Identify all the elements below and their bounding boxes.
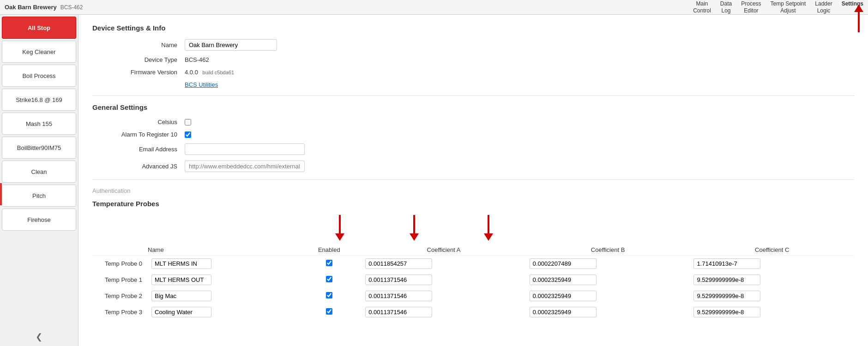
clean-button[interactable]: Clean <box>2 161 76 183</box>
col-coeff-a-header: Coefficient A <box>362 245 526 256</box>
firmware-row: Firmware Version 4.0.0 build c5bda61 <box>92 69 854 76</box>
pitch-button[interactable]: Pitch <box>2 185 76 207</box>
probe-coeff-b-cell-3 <box>526 304 690 320</box>
probe-coeff-a-cell-3 <box>362 304 526 320</box>
probe-coeff-b-cell-1 <box>526 272 690 288</box>
probe-name-input-3[interactable] <box>151 307 211 317</box>
col-coeff-c-header: Coefficient C <box>690 245 854 256</box>
celsius-label: Celsius <box>92 119 185 125</box>
mash-button[interactable]: Mash 155 <box>2 113 76 135</box>
nav-temp-setpoint[interactable]: Temp Setpoint Adjust <box>771 0 806 14</box>
device-id: BCS-462 <box>60 4 83 11</box>
probe-name-cell-1 <box>148 272 296 288</box>
probe-coeff-b-input-0[interactable] <box>530 258 597 269</box>
topbar: Oak Barn Brewery BCS-462 Main Control Da… <box>0 0 868 15</box>
celsius-row: Celsius <box>92 119 854 125</box>
boil-process-button[interactable]: Boil Process <box>2 65 76 87</box>
nav-data-log[interactable]: Data Log <box>720 0 732 14</box>
device-type-row: Device Type BCS-462 <box>92 56 854 63</box>
email-label: Email Address <box>92 146 185 153</box>
probe-coeff-c-cell-3 <box>690 304 854 320</box>
nav-process-editor[interactable]: Process Editor <box>741 0 761 14</box>
probe-coeff-a-cell-0 <box>362 256 526 272</box>
sidebar-collapse-button[interactable]: ❮ <box>0 328 78 346</box>
probe-coeff-b-input-1[interactable] <box>530 274 597 285</box>
probe-row-1: Temp Probe 1 <box>92 272 854 288</box>
probe-label-1: Temp Probe 1 <box>92 272 148 288</box>
firmware-build: build c5bda61 <box>203 70 235 75</box>
probe-enabled-checkbox-2[interactable] <box>326 292 332 298</box>
boil-bitter-button[interactable]: BoilBitter90IM75 <box>2 137 76 159</box>
general-settings-title: General Settings <box>92 103 854 111</box>
probe-row-3: Temp Probe 3 <box>92 304 854 320</box>
arrows-row <box>215 215 854 241</box>
nav-ladder-logic[interactable]: Ladder Logic <box>815 0 832 14</box>
auth-link[interactable]: Authentication <box>92 187 130 194</box>
celsius-checkbox[interactable] <box>185 119 191 125</box>
main-content: Device Settings & Info Name Device Type … <box>78 15 868 346</box>
device-settings-title: Device Settings & Info <box>92 24 854 32</box>
temp-probes-title: Temperature Probes <box>92 200 854 208</box>
probe-coeff-c-input-2[interactable] <box>693 291 760 301</box>
nav-main-control[interactable]: Main Control <box>693 0 711 14</box>
probe-name-input-1[interactable] <box>151 274 211 285</box>
probe-row-2: Temp Probe 2 <box>92 288 854 304</box>
chevron-left-icon: ❮ <box>36 332 42 342</box>
bcs-utilities-row: BCS Utilities <box>92 81 854 88</box>
probe-enabled-checkbox-0[interactable] <box>326 260 332 266</box>
probe-enabled-cell-0 <box>296 256 362 272</box>
probe-coeff-a-input-0[interactable] <box>365 258 432 269</box>
all-stop-button[interactable]: All Stop <box>2 17 76 39</box>
temp-probes-table: Name Enabled Coefficient A Coefficient B… <box>92 245 854 320</box>
probe-row-0: Temp Probe 0 <box>92 256 854 272</box>
advanced-js-row: Advanced JS <box>92 161 854 172</box>
probe-coeff-c-cell-1 <box>690 272 854 288</box>
email-row: Email Address <box>92 143 854 155</box>
probe-coeff-c-cell-2 <box>690 288 854 304</box>
probe-enabled-checkbox-1[interactable] <box>326 276 332 282</box>
col-enabled-header: Enabled <box>296 245 362 256</box>
probe-label-3: Temp Probe 3 <box>92 304 148 320</box>
probe-coeff-c-input-0[interactable] <box>693 258 760 269</box>
firehose-button[interactable]: Firehose <box>2 209 76 231</box>
probe-coeff-c-input-3[interactable] <box>693 307 760 317</box>
probe-label-2: Temp Probe 2 <box>92 288 148 304</box>
name-label: Name <box>92 42 185 48</box>
probe-name-cell-0 <box>148 256 296 272</box>
nav-settings[interactable]: Settings <box>842 0 863 14</box>
coeff-a-arrow <box>302 215 377 241</box>
probe-enabled-checkbox-3[interactable] <box>326 308 332 315</box>
alarm-row: Alarm To Register 10 <box>92 131 854 138</box>
probe-coeff-a-input-3[interactable] <box>365 307 432 317</box>
nav-links: Main Control Data Log Process Editor Tem… <box>693 0 863 14</box>
alarm-checkbox[interactable] <box>185 131 191 138</box>
name-input[interactable] <box>185 39 277 51</box>
probe-coeff-c-cell-0 <box>690 256 854 272</box>
probe-coeff-b-input-2[interactable] <box>530 291 597 301</box>
probe-enabled-cell-1 <box>296 272 362 288</box>
bcs-utilities-link[interactable]: BCS Utilities <box>185 81 218 88</box>
probe-coeff-a-input-1[interactable] <box>365 274 432 285</box>
name-row: Name <box>92 39 854 51</box>
coeff-c-arrow <box>451 215 525 241</box>
probe-coeff-b-input-3[interactable] <box>530 307 597 317</box>
device-type-label: Device Type <box>92 56 185 63</box>
keg-cleaner-button[interactable]: Keg Cleaner <box>2 41 76 63</box>
email-input[interactable] <box>185 143 305 155</box>
probe-name-input-0[interactable] <box>151 258 211 269</box>
probe-enabled-cell-2 <box>296 288 362 304</box>
probe-label-0: Temp Probe 0 <box>92 256 148 272</box>
strike-button[interactable]: Strike16.8 @ 169 <box>2 89 76 111</box>
sidebar: All Stop Keg Cleaner Boil Process Strike… <box>0 15 78 346</box>
device-type-value: BCS-462 <box>185 56 209 63</box>
col-coeff-b-header: Coefficient B <box>526 245 690 256</box>
advanced-js-label: Advanced JS <box>92 163 185 170</box>
brand-name: Oak Barn Brewery <box>5 4 57 11</box>
probe-coeff-a-cell-1 <box>362 272 526 288</box>
firmware-value: 4.0.0 build c5bda61 <box>185 69 234 76</box>
probe-enabled-cell-3 <box>296 304 362 320</box>
advanced-js-input[interactable] <box>185 161 305 172</box>
probe-coeff-c-input-1[interactable] <box>693 274 760 285</box>
probe-name-input-2[interactable] <box>151 291 211 301</box>
probe-coeff-a-input-2[interactable] <box>365 291 432 301</box>
